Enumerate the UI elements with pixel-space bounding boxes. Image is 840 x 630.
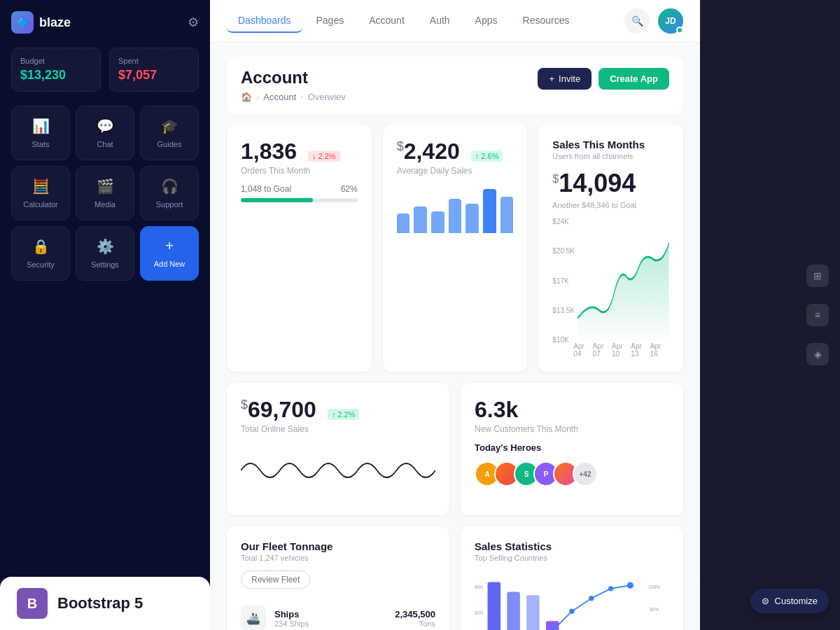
online-sales-card: $69,700 ↑ 2.2% Total Online Sales <box>227 383 449 515</box>
new-customers-label: New Customers This Month <box>475 424 669 434</box>
add-label: Add New <box>154 260 186 268</box>
bar-4 <box>449 199 462 233</box>
sales-stats-subtitle: Top Selling Countries <box>475 554 669 562</box>
sidebar-item-media[interactable]: 🎬 Media <box>76 166 134 220</box>
tab-apps[interactable]: Apps <box>464 9 509 33</box>
orders-badge: ↓ 2.2% <box>308 150 340 162</box>
sidebar-header: 🔷 blaze ⚙ <box>11 11 199 34</box>
progress-row: 1,048 to Goal 62% <box>241 184 358 194</box>
security-label: Security <box>27 260 55 269</box>
ships-name: Ships <box>274 609 309 620</box>
svg-text:80%: 80% <box>650 607 659 612</box>
breadcrumb-account[interactable]: Account <box>263 92 296 102</box>
sidebar-item-chat[interactable]: 💬 Chat <box>76 106 134 160</box>
ships-icon: 🚢 <box>241 606 266 630</box>
media-label: Media <box>94 200 115 209</box>
online-sales-badge: ↑ 2.2% <box>328 409 360 420</box>
fleet-row-ships: 🚢 Ships 234 Ships 2,345,500 Tons <box>241 598 435 630</box>
menu-icon[interactable]: ⚙ <box>188 15 199 30</box>
svg-text:600: 600 <box>475 610 483 616</box>
settings-icon: ⚙️ <box>97 238 114 255</box>
bar-3 <box>431 211 444 234</box>
sales-stats-title: Sales Statistics <box>475 540 669 552</box>
ships-sub: 234 Ships <box>274 620 309 628</box>
up-arrow: ↑ <box>475 152 479 160</box>
right-icon-3[interactable]: ◈ <box>806 343 829 365</box>
stats-row2: $69,700 ↑ 2.2% Total Online Sales 6.3k N… <box>227 383 683 515</box>
sidebar-item-calculator[interactable]: 🧮 Calculator <box>11 166 70 220</box>
customize-button[interactable]: ⊜ Customize <box>750 589 829 613</box>
tab-pages[interactable]: Pages <box>305 9 356 33</box>
progress-bar <box>241 198 358 202</box>
heroes-title: Today's Heroes <box>475 442 669 453</box>
breadcrumb-home[interactable]: 🏠 <box>241 92 252 102</box>
fleet-title: Our Fleet Tonnage <box>241 540 435 552</box>
add-icon: + <box>165 238 174 254</box>
sales-month-title: Sales This Months <box>552 139 669 150</box>
sidebar-item-add-new[interactable]: + Add New <box>140 226 199 281</box>
daily-sales-card: $2,420 ↑ 2.6% Average Daily Sales <box>383 125 528 372</box>
right-icon-2[interactable]: ≡ <box>806 304 829 326</box>
sidebar-item-stats[interactable]: 📊 Stats <box>11 106 70 160</box>
budget-value: $13,230 <box>20 68 92 83</box>
logo-area: 🔷 blaze <box>11 11 71 34</box>
stats-grid: 1,836 ↓ 2.2% Orders This Month 1,048 to … <box>227 125 683 372</box>
goal-text: 1,048 to Goal <box>241 184 291 194</box>
stats-label: Stats <box>31 140 49 148</box>
online-dot <box>676 27 683 34</box>
sidebar-item-guides[interactable]: 🎓 Guides <box>140 106 199 160</box>
bootstrap-badge: B Bootstrap 5 <box>0 577 210 630</box>
fleet-left-ships: 🚢 Ships 234 Ships <box>241 606 309 630</box>
security-icon: 🔒 <box>32 238 50 255</box>
svg-rect-8 <box>488 582 501 630</box>
budget-row: Budget $13,230 Spent $7,057 <box>11 48 199 92</box>
budget-card: Budget $13,230 <box>11 48 101 92</box>
tab-resources[interactable]: Resources <box>512 9 581 33</box>
tab-dashboards[interactable]: Dashboards <box>227 9 302 33</box>
sales-stats-chart: 800 600 400 200 100% 80% 60% 40% <box>475 570 669 630</box>
logo-icon: 🔷 <box>11 11 34 34</box>
bar-7 <box>500 197 514 234</box>
sales-month-card: Sales This Months Users from all channel… <box>538 125 683 372</box>
sales-line-chart: $24K $20.5K $17K $13.5K $10K <box>552 218 669 358</box>
progress-fill <box>241 198 313 202</box>
sidebar-item-settings[interactable]: ⚙️ Settings <box>76 226 134 281</box>
daily-sales-badge: ↑ 2.6% <box>471 150 503 162</box>
daily-sales-label: Average Daily Sales <box>397 166 514 176</box>
tab-account[interactable]: Account <box>358 9 416 33</box>
bar-1 <box>397 214 410 233</box>
orders-card: 1,836 ↓ 2.2% Orders This Month 1,048 to … <box>227 125 372 372</box>
svg-point-22 <box>627 582 634 589</box>
search-button[interactable]: 🔍 <box>624 8 650 34</box>
chat-icon: 💬 <box>97 118 114 134</box>
right-icon-1[interactable]: ⊞ <box>806 265 829 287</box>
create-app-button[interactable]: Create App <box>598 68 669 90</box>
breadcrumb-sep2: › <box>300 92 303 102</box>
spent-card: Spent $7,057 <box>109 48 199 92</box>
calculator-icon: 🧮 <box>32 178 50 195</box>
sidebar-item-security[interactable]: 🔒 Security <box>11 226 70 281</box>
sidebar-item-support[interactable]: 🎧 Support <box>140 166 199 220</box>
bottom-grid: Our Fleet Tonnage Total 1,247 vehicles R… <box>227 526 683 630</box>
customize-icon: ⊜ <box>762 596 769 606</box>
review-fleet-button[interactable]: Review Fleet <box>241 570 310 589</box>
grid-buttons: 📊 Stats 💬 Chat 🎓 Guides 🧮 Calculator 🎬 M… <box>11 106 199 281</box>
online-sales-value: $69,700 <box>241 397 316 423</box>
avatar[interactable]: JD <box>658 8 683 34</box>
fleet-right-ships: 2,345,500 Tons <box>395 609 435 628</box>
page-header: Account 🏠 › Account › Overwiev + Invite … <box>227 57 683 113</box>
invite-button[interactable]: + Invite <box>538 68 592 90</box>
bar-5 <box>465 204 479 233</box>
bar-2 <box>414 206 427 234</box>
daily-sales-value: $2,420 <box>397 139 460 164</box>
progress-section: 1,048 to Goal 62% <box>241 184 358 202</box>
goal-pct: 62% <box>341 184 358 194</box>
down-arrow: ↓ <box>312 152 316 160</box>
page-title: Account <box>241 68 346 88</box>
new-customers-card: 6.3k New Customers This Month Today's He… <box>461 383 683 515</box>
top-nav: Dashboards Pages Account Auth Apps Resou… <box>210 0 700 43</box>
wave-chart <box>241 442 435 498</box>
sales-month-value: $14,094 <box>552 169 669 198</box>
svg-rect-9 <box>507 592 520 631</box>
tab-auth[interactable]: Auth <box>419 9 461 33</box>
